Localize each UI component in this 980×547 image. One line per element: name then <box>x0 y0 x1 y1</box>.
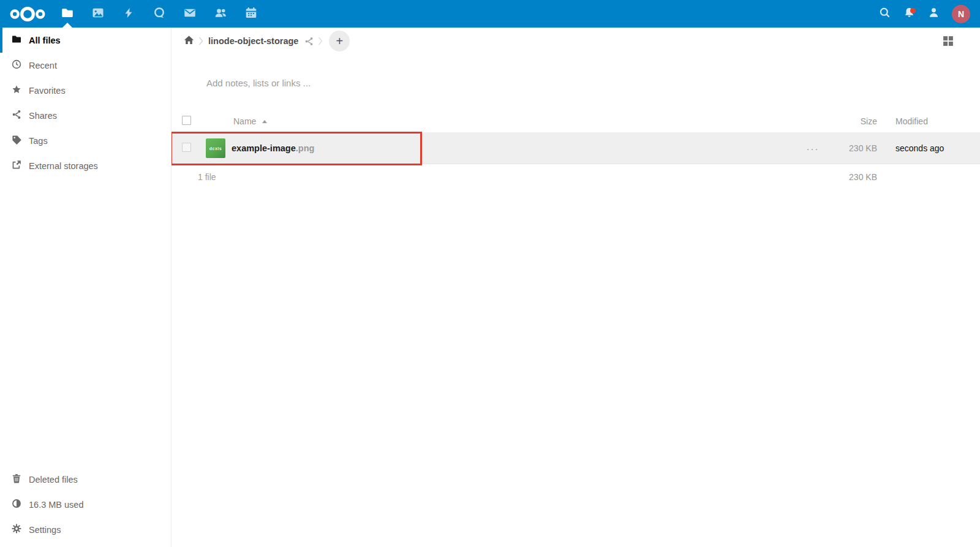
chevron-right-icon <box>318 37 323 45</box>
tag-icon <box>12 135 21 146</box>
contacts-menu-button[interactable] <box>921 0 946 28</box>
activity-app-button[interactable] <box>113 0 144 28</box>
contacts-menu-icon <box>928 7 940 21</box>
sidebar-item-label: All files <box>29 36 61 45</box>
breadcrumb-folder[interactable]: linode-object-storage <box>208 36 298 46</box>
sidebar-item-label: Recent <box>29 61 57 70</box>
size-column-header[interactable]: Size <box>828 116 877 126</box>
row-checkbox[interactable] <box>182 143 191 152</box>
select-all-checkbox[interactable] <box>182 116 191 125</box>
sidebar-item-label: Deleted files <box>29 475 78 485</box>
file-table: Name Size Modified dcxls example-image.p… <box>172 110 980 190</box>
notifications-button[interactable] <box>897 0 921 28</box>
file-table-header: Name Size Modified <box>172 110 980 133</box>
star-icon <box>12 85 21 96</box>
search-icon <box>879 7 891 21</box>
sidebar-item-deleted-files[interactable]: Deleted files <box>0 467 171 492</box>
calendar-icon <box>245 7 257 21</box>
topbar-right: N <box>872 0 980 28</box>
sidebar-item-recent[interactable]: Recent <box>0 53 171 78</box>
activity-lightning-icon <box>123 7 134 21</box>
sidebar-item-label: Tags <box>29 136 48 146</box>
file-row[interactable]: dcxls example-image.png ··· 230 KB secon… <box>172 133 980 164</box>
contacts-app-button[interactable] <box>205 0 236 28</box>
sidebar-item-label: Shares <box>29 111 57 121</box>
file-thumbnail: dcxls <box>206 138 225 158</box>
notes-input[interactable]: Add notes, lists or links ... <box>206 78 574 88</box>
thumbnail-text: dcxls <box>209 146 222 151</box>
user-avatar[interactable]: N <box>952 5 970 23</box>
talk-app-button[interactable] <box>144 0 175 28</box>
talk-bubble-icon <box>153 7 165 21</box>
app-menu <box>52 0 266 28</box>
home-icon[interactable] <box>184 35 194 48</box>
grid-view-toggle[interactable] <box>943 36 954 49</box>
name-column-label: Name <box>233 116 256 126</box>
name-column-header[interactable]: Name <box>202 116 797 126</box>
more-actions-button[interactable]: ··· <box>797 143 828 154</box>
nextcloud-logo[interactable] <box>8 6 52 22</box>
trash-icon <box>12 473 21 485</box>
share-folder-icon[interactable] <box>304 37 314 46</box>
files-app-button[interactable] <box>52 0 83 28</box>
sidebar-footer: Deleted files 16.3 MB used Settings <box>0 467 171 547</box>
chevron-right-icon <box>198 37 204 45</box>
sidebar-item-label: Favorites <box>29 86 66 96</box>
folder-icon <box>12 34 21 46</box>
new-file-button[interactable]: + <box>329 31 350 51</box>
file-extension: .png <box>296 143 315 153</box>
main-content: linode-object-storage + Add notes, lists… <box>172 28 980 55</box>
files-folder-icon <box>61 7 74 21</box>
modified-column-header[interactable]: Modified <box>877 116 980 126</box>
quota-pie-icon <box>12 499 21 510</box>
sidebar-item-tags[interactable]: Tags <box>0 128 171 153</box>
sidebar-item-shares[interactable]: Shares <box>0 103 171 128</box>
file-table-summary: 1 file 230 KB <box>172 164 980 190</box>
sidebar-item-favorites[interactable]: Favorites <box>0 78 171 103</box>
mail-app-button[interactable] <box>175 0 205 28</box>
gear-icon <box>12 524 21 535</box>
photos-icon <box>92 7 104 21</box>
file-size: 230 KB <box>828 143 877 153</box>
sidebar-item-label: External storages <box>29 161 98 171</box>
sidebar-item-quota[interactable]: 16.3 MB used <box>0 492 171 517</box>
files-controls: linode-object-storage + <box>172 28 980 55</box>
sidebar-item-label: 16.3 MB used <box>29 500 83 510</box>
calendar-app-button[interactable] <box>236 0 266 28</box>
file-name: example-image.png <box>232 143 314 153</box>
file-basename: example-image <box>232 143 296 153</box>
photos-app-button[interactable] <box>83 0 113 28</box>
sidebar-item-external-storages[interactable]: External storages <box>0 153 171 178</box>
contacts-people-icon <box>214 7 227 21</box>
sidebar: All files Recent Favorites Shares Tags E… <box>0 28 172 547</box>
sidebar-item-all-files[interactable]: All files <box>0 28 171 53</box>
sidebar-item-label: Settings <box>29 525 61 535</box>
external-storage-icon <box>12 160 21 172</box>
row-select-cell <box>172 143 202 154</box>
sidebar-item-settings[interactable]: Settings <box>0 517 171 542</box>
mail-envelope-icon <box>184 7 196 21</box>
clock-icon <box>12 59 21 71</box>
top-bar: N <box>0 0 980 28</box>
file-count: 1 file <box>172 172 797 182</box>
total-size: 230 KB <box>828 172 877 182</box>
notification-badge <box>910 8 916 13</box>
share-icon <box>12 110 21 121</box>
file-modified: seconds ago <box>877 143 980 153</box>
breadcrumb: linode-object-storage + <box>184 31 350 51</box>
search-button[interactable] <box>872 0 897 28</box>
file-name-cell[interactable]: dcxls example-image.png <box>202 138 797 158</box>
select-all-cell <box>172 116 202 127</box>
sort-ascending-icon <box>262 120 267 123</box>
